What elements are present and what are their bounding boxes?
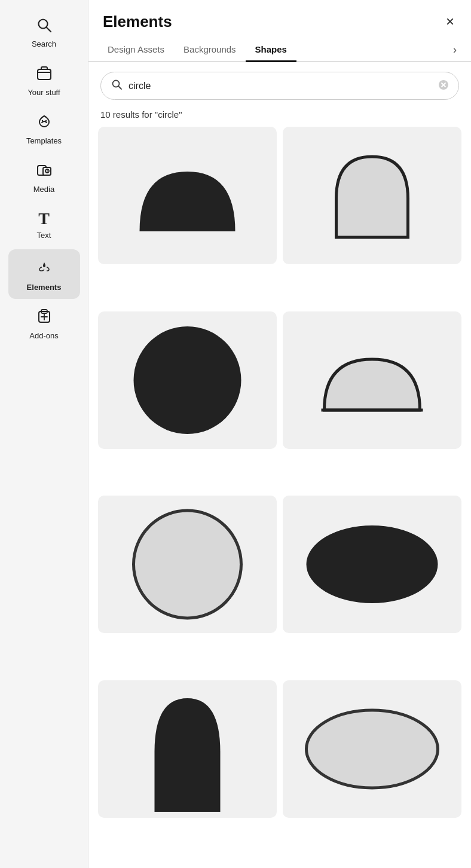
sidebar-item-label-search: Search	[32, 39, 56, 48]
svg-point-23	[307, 710, 438, 788]
add-ons-icon	[36, 308, 53, 328]
sidebar-item-label-elements: Elements	[27, 283, 62, 292]
sidebar: Search Your stuff Templates	[0, 0, 88, 868]
sidebar-item-elements[interactable]: Elements	[8, 249, 80, 299]
elements-icon	[34, 256, 54, 279]
svg-point-4	[45, 120, 46, 121]
sidebar-item-templates[interactable]: Templates	[8, 106, 80, 152]
shapes-grid	[88, 127, 471, 868]
panel-title: Elements	[103, 13, 172, 31]
tab-shapes[interactable]: Shapes	[246, 38, 296, 62]
sidebar-item-your-stuff[interactable]: Your stuff	[8, 58, 80, 104]
svg-point-8	[47, 170, 48, 172]
search-icon	[36, 17, 53, 36]
sidebar-item-label-text: Text	[37, 231, 51, 240]
svg-point-14	[113, 81, 120, 87]
sidebar-item-search[interactable]: Search	[8, 10, 80, 56]
svg-line-15	[119, 87, 122, 90]
sidebar-item-label-your-stuff: Your stuff	[27, 88, 60, 97]
clear-search-button[interactable]	[438, 80, 449, 92]
shape-card-8[interactable]	[283, 680, 461, 818]
templates-icon	[36, 114, 53, 133]
your-stuff-icon	[36, 65, 53, 84]
search-input[interactable]	[129, 81, 432, 91]
shape-card-6[interactable]	[283, 496, 461, 633]
sidebar-item-add-ons[interactable]: Add-ons	[8, 301, 80, 347]
results-count: 10 results for "circle"	[88, 106, 471, 127]
shape-card-2[interactable]	[283, 127, 461, 264]
shape-card-3[interactable]	[98, 311, 277, 449]
close-button[interactable]: ×	[444, 12, 457, 31]
sidebar-item-label-add-ons: Add-ons	[29, 331, 58, 340]
shape-card-5[interactable]	[98, 496, 277, 633]
tab-arrow[interactable]: ›	[448, 39, 461, 61]
svg-point-19	[134, 326, 241, 434]
sidebar-item-media[interactable]: Media	[8, 155, 80, 201]
text-icon: T	[38, 210, 50, 227]
svg-point-3	[41, 120, 42, 121]
panel-header: Elements ×	[88, 0, 471, 38]
sidebar-item-text[interactable]: T Text	[8, 203, 80, 247]
shape-card-4[interactable]	[283, 311, 461, 449]
svg-point-21	[134, 511, 241, 618]
sidebar-item-label-templates: Templates	[26, 136, 62, 145]
shape-card-7[interactable]	[98, 680, 277, 818]
tab-backgrounds[interactable]: Backgrounds	[174, 38, 246, 62]
search-bar-wrap	[88, 62, 471, 106]
shape-card-1[interactable]	[98, 127, 277, 264]
svg-point-22	[307, 525, 438, 603]
svg-line-1	[47, 27, 51, 32]
tab-design-assets[interactable]: Design Assets	[98, 38, 174, 62]
main-panel: Elements × Design Assets Backgrounds Sha…	[88, 0, 471, 868]
media-icon	[36, 162, 53, 181]
svg-rect-2	[38, 69, 51, 80]
sidebar-item-label-media: Media	[33, 185, 54, 194]
tabs-row: Design Assets Backgrounds Shapes ›	[88, 38, 471, 62]
search-icon-inner	[111, 78, 123, 93]
search-bar	[100, 72, 459, 100]
